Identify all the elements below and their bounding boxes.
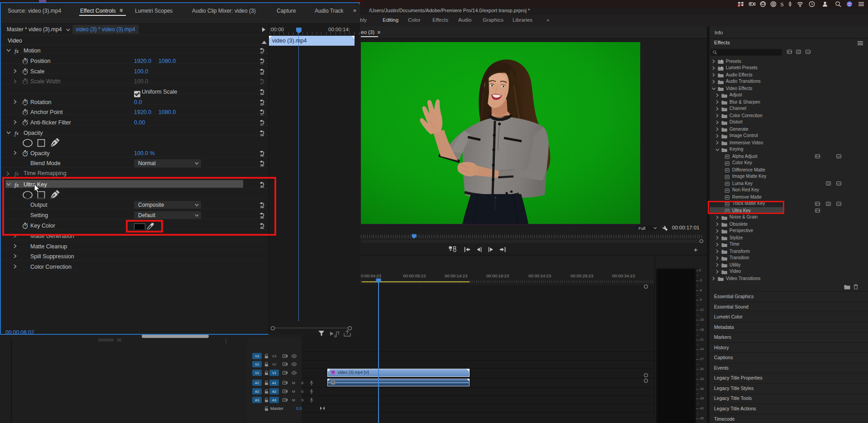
svg-text:YUV: YUV <box>837 203 841 205</box>
svg-text:32: 32 <box>827 182 830 185</box>
svg-text:S: S <box>780 1 783 8</box>
svg-text:32: 32 <box>827 202 830 205</box>
svg-text:2: 2 <box>739 4 740 7</box>
svg-text:32: 32 <box>797 50 801 53</box>
svg-text:YUV: YUV <box>806 51 810 53</box>
svg-text:YUV: YUV <box>837 156 841 158</box>
svg-text:YUV: YUV <box>837 183 841 185</box>
